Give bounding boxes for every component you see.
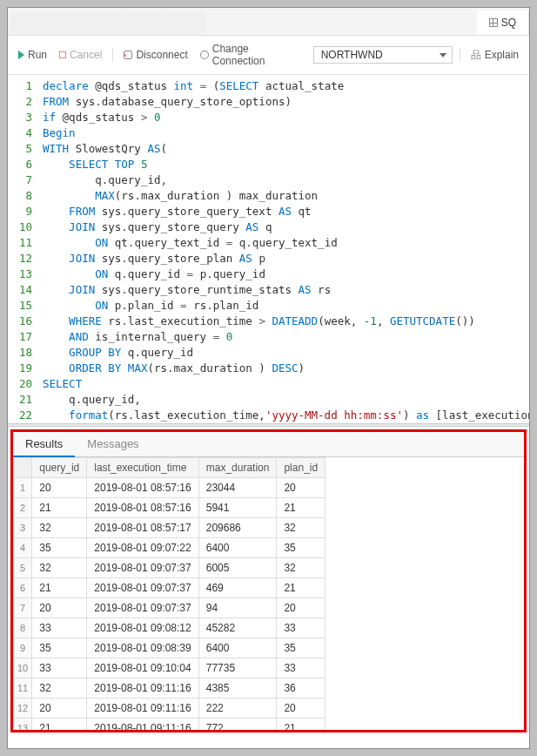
disconnect-button[interactable]: Disconnect [120, 47, 191, 63]
table-cell[interactable]: 35 [277, 538, 326, 558]
table-cell[interactable]: 2019-08-01 08:57:17 [87, 518, 198, 538]
column-header[interactable]: query_id [32, 458, 87, 478]
code-line[interactable]: WITH SlowestQry AS( [43, 141, 526, 157]
table-cell[interactable]: 2019-08-01 09:07:37 [87, 598, 198, 618]
table-cell[interactable]: 20 [32, 478, 87, 498]
table-cell[interactable]: 21 [277, 498, 326, 518]
table-cell[interactable]: 32 [277, 518, 326, 538]
table-row[interactable]: 13212019-08-01 09:11:1677221 [14, 719, 326, 731]
table-row[interactable]: 8332019-08-01 09:08:124528233 [14, 618, 326, 638]
table-cell[interactable]: 2019-08-01 09:11:16 [87, 678, 198, 699]
table-cell[interactable]: 32 [32, 678, 87, 699]
table-cell[interactable]: 45282 [198, 618, 277, 638]
table-row[interactable]: 12202019-08-01 09:11:1622220 [14, 699, 326, 719]
table-cell[interactable]: 21 [277, 578, 326, 598]
table-cell[interactable]: 2019-08-01 09:07:37 [87, 578, 198, 598]
cancel-button[interactable]: Cancel [56, 47, 105, 63]
table-cell[interactable]: 20 [277, 699, 326, 719]
document-tab-active[interactable]: SQ [477, 10, 529, 35]
tab-messages[interactable]: Messages [75, 432, 151, 456]
table-cell[interactable]: 33 [277, 658, 326, 678]
table-cell[interactable]: 772 [198, 719, 277, 731]
tab-results[interactable]: Results [13, 432, 75, 457]
code-line[interactable]: q.query_id, [43, 172, 526, 188]
table-row[interactable]: 6212019-08-01 09:07:3746921 [14, 578, 326, 598]
table-row[interactable]: 3322019-08-01 08:57:1720968632 [14, 518, 326, 538]
table-row[interactable]: 4352019-08-01 09:07:22640035 [14, 538, 326, 558]
table-cell[interactable]: 6400 [198, 538, 277, 558]
code-line[interactable]: SELECT [43, 376, 526, 392]
table-cell[interactable]: 32 [32, 558, 87, 578]
code-line[interactable]: q.query_id, [43, 392, 526, 408]
table-cell[interactable]: 5941 [198, 498, 277, 518]
connection-select[interactable]: NORTHWND [313, 46, 453, 64]
table-cell[interactable]: 469 [198, 578, 277, 598]
table-cell[interactable]: 33 [32, 658, 87, 678]
code-line[interactable]: JOIN sys.query_store_plan AS p [43, 251, 526, 267]
table-row[interactable]: 2212019-08-01 08:57:16594121 [14, 498, 326, 518]
table-cell[interactable]: 35 [32, 638, 87, 658]
table-cell[interactable]: 6005 [198, 558, 277, 578]
table-cell[interactable]: 94 [198, 598, 277, 618]
table-cell[interactable]: 21 [277, 719, 326, 731]
table-cell[interactable]: 2019-08-01 09:07:37 [87, 558, 198, 578]
table-cell[interactable]: 4385 [198, 678, 277, 699]
table-cell[interactable]: 77735 [198, 658, 277, 678]
document-tab[interactable] [119, 10, 159, 35]
table-cell[interactable]: 32 [32, 518, 87, 538]
code-line[interactable]: Begin [43, 125, 526, 141]
table-row[interactable]: 11322019-08-01 09:11:16438536 [14, 678, 326, 699]
table-cell[interactable]: 2019-08-01 09:10:04 [87, 658, 198, 678]
table-cell[interactable]: 20 [32, 699, 87, 719]
code-editor[interactable]: 12345678910111213141516171819202122 decl… [8, 75, 529, 423]
table-row[interactable]: 7202019-08-01 09:07:379420 [14, 598, 326, 618]
code-line[interactable]: WHERE rs.last_execution_time > DATEADD(w… [43, 314, 526, 329]
table-row[interactable]: 10332019-08-01 09:10:047773533 [14, 658, 326, 678]
table-cell[interactable]: 35 [32, 538, 87, 558]
run-button[interactable]: Run [15, 47, 50, 63]
code-line[interactable]: if @qds_status > 0 [43, 110, 526, 125]
table-cell[interactable]: 33 [32, 618, 87, 638]
table-cell[interactable]: 36 [277, 678, 326, 699]
document-tab[interactable] [59, 10, 119, 35]
table-cell[interactable]: 32 [277, 558, 326, 578]
pane-splitter[interactable] [8, 423, 529, 427]
document-tab[interactable] [8, 10, 59, 35]
table-cell[interactable]: 20 [277, 478, 326, 498]
table-cell[interactable]: 21 [32, 719, 87, 731]
table-cell[interactable]: 2019-08-01 09:08:39 [87, 638, 198, 658]
code-line[interactable]: declare @qds_status int = (SELECT actual… [43, 78, 526, 94]
table-cell[interactable]: 35 [277, 638, 326, 658]
table-cell[interactable]: 20 [277, 598, 326, 618]
table-cell[interactable]: 2019-08-01 09:11:16 [87, 699, 198, 719]
table-cell[interactable]: 2019-08-01 09:07:22 [87, 538, 198, 558]
code-content[interactable]: declare @qds_status int = (SELECT actual… [39, 75, 529, 423]
table-cell[interactable]: 23044 [198, 478, 277, 498]
code-line[interactable]: MAX(rs.max_duration ) max_duration [43, 188, 526, 204]
code-line[interactable]: GROUP BY q.query_id [43, 345, 526, 361]
table-cell[interactable]: 33 [277, 618, 326, 638]
code-line[interactable]: JOIN sys.query_store_query AS q [43, 219, 526, 235]
code-line[interactable]: FROM sys.query_store_query_text AS qt [43, 204, 526, 219]
table-row[interactable]: 1202019-08-01 08:57:162304420 [14, 478, 326, 498]
code-line[interactable]: ON qt.query_text_id = q.query_text_id [43, 235, 526, 251]
code-line[interactable]: JOIN sys.query_store_runtime_stats AS rs [43, 282, 526, 298]
column-header[interactable]: plan_id [277, 458, 326, 478]
code-line[interactable]: format(rs.last_execution_time,'yyyy-MM-d… [43, 408, 526, 423]
document-tab[interactable] [159, 10, 205, 35]
table-cell[interactable]: 21 [32, 578, 87, 598]
table-row[interactable]: 5322019-08-01 09:07:37600532 [14, 558, 326, 578]
table-cell[interactable]: 209686 [198, 518, 277, 538]
explain-button[interactable]: 品 Explain [467, 46, 522, 64]
code-line[interactable]: ON q.query_id = p.query_id [43, 267, 526, 282]
code-line[interactable]: ON p.plan_id = rs.plan_id [43, 298, 526, 314]
code-line[interactable]: AND is_internal_query = 0 [43, 329, 526, 345]
code-line[interactable]: FROM sys.database_query_store_options) [43, 94, 526, 110]
table-cell[interactable]: 2019-08-01 09:08:12 [87, 618, 198, 638]
column-header[interactable]: last_execution_time [87, 458, 198, 478]
table-cell[interactable]: 6400 [198, 638, 277, 658]
change-connection-button[interactable]: Change Connection [197, 41, 308, 69]
code-line[interactable]: SELECT TOP 5 [43, 157, 526, 172]
code-line[interactable]: ORDER BY MAX(rs.max_duration ) DESC) [43, 361, 526, 376]
table-cell[interactable]: 222 [198, 699, 277, 719]
